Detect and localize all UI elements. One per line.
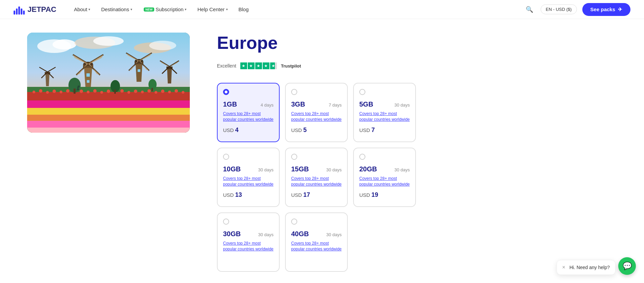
nav-item-help[interactable]: Help Center ▾ — [193, 4, 232, 15]
plan-days-20gb: 30 days — [394, 167, 410, 172]
see-packs-button[interactable]: See packs ✈ — [582, 3, 630, 16]
plan-price-10gb: USD 13 — [223, 191, 274, 199]
logo-bar-2 — [16, 8, 18, 15]
plan-radio-40gb — [291, 219, 297, 225]
logo-bar-5 — [23, 11, 25, 15]
plan-card-5gb[interactable]: 5GB30 daysCovers top 28+ most popular co… — [353, 83, 416, 142]
svg-point-84 — [78, 86, 80, 88]
plan-radio-1gb — [223, 89, 229, 95]
svg-rect-13 — [27, 128, 190, 133]
language-selector[interactable]: EN - USD ($) — [541, 4, 577, 14]
svg-marker-50 — [136, 63, 142, 82]
plan-days-1gb: 4 days — [261, 102, 274, 108]
plan-days-30gb: 30 days — [258, 232, 274, 237]
plan-radio-3gb — [291, 89, 297, 95]
plan-price-3gb: USD 5 — [291, 127, 342, 134]
svg-rect-11 — [27, 115, 190, 121]
svg-point-22 — [87, 91, 89, 93]
svg-point-30 — [141, 91, 144, 93]
plan-radio-20gb — [359, 154, 365, 160]
trustpilot-stars: ★ ★ ★ ★ ★ — [240, 62, 277, 69]
svg-rect-48 — [86, 73, 90, 77]
plan-coverage-30gb[interactable]: Covers top 28+ most popular countries wo… — [223, 241, 274, 252]
svg-point-14 — [33, 91, 35, 93]
nav-item-destinations[interactable]: Destinations ▾ — [97, 4, 136, 15]
star-2: ★ — [248, 62, 255, 69]
svg-point-29 — [134, 90, 137, 93]
plan-size-40gb: 40GB — [291, 230, 309, 238]
svg-point-33 — [161, 90, 164, 93]
main-content: Europe Excellent ★ ★ ★ ★ ★ Trustpilot 1G… — [0, 19, 644, 283]
logo[interactable]: JETPAC — [14, 4, 56, 15]
svg-point-32 — [155, 91, 157, 94]
svg-point-6 — [149, 41, 176, 50]
svg-point-23 — [93, 89, 97, 93]
svg-point-15 — [39, 89, 42, 93]
plan-coverage-15gb[interactable]: Covers top 28+ most popular countries wo… — [291, 176, 342, 187]
plan-coverage-1gb[interactable]: Covers top 28+ most popular countries wo… — [223, 111, 274, 122]
plan-coverage-20gb[interactable]: Covers top 28+ most popular countries wo… — [359, 176, 410, 187]
svg-rect-49 — [87, 80, 89, 83]
plan-card-15gb[interactable]: 15GB30 daysCovers top 28+ most popular c… — [285, 148, 348, 207]
plan-price-15gb: USD 17 — [291, 191, 342, 199]
plan-coverage-40gb[interactable]: Covers top 28+ most popular countries wo… — [291, 241, 342, 252]
plan-card-3gb[interactable]: 3GB7 daysCovers top 28+ most popular cou… — [285, 83, 348, 142]
plan-card-40gb[interactable]: 40GB30 daysCovers top 28+ most popular c… — [285, 212, 348, 272]
svg-point-25 — [107, 90, 110, 93]
svg-rect-9 — [27, 100, 190, 108]
plan-size-15gb: 15GB — [291, 165, 309, 173]
search-button[interactable]: 🔍 — [524, 4, 535, 15]
new-badge: New — [144, 7, 154, 12]
plan-card-10gb[interactable]: 10GB30 daysCovers top 28+ most popular c… — [217, 148, 280, 207]
svg-point-16 — [46, 91, 49, 94]
search-icon: 🔍 — [526, 6, 533, 13]
plan-price-5gb: USD 7 — [359, 127, 410, 134]
svg-rect-61 — [138, 69, 140, 72]
svg-point-31 — [147, 89, 151, 93]
svg-point-4 — [93, 36, 124, 46]
logo-icon — [14, 4, 25, 15]
plan-coverage-5gb[interactable]: Covers top 28+ most popular countries wo… — [359, 111, 410, 122]
plan-size-5gb: 5GB — [359, 100, 373, 108]
svg-rect-81 — [152, 88, 153, 91]
svg-marker-62 — [167, 68, 172, 83]
nav-item-about[interactable]: About ▾ — [70, 4, 94, 15]
plan-coverage-10gb[interactable]: Covers top 28+ most popular countries wo… — [223, 176, 274, 187]
nav-item-blog[interactable]: Blog — [235, 4, 253, 15]
svg-point-2 — [53, 39, 76, 50]
left-panel — [27, 33, 190, 272]
svg-point-27 — [120, 89, 124, 93]
plan-card-1gb[interactable]: 1GB4 daysCovers top 28+ most popular cou… — [217, 83, 280, 142]
plan-radio-15gb — [291, 154, 297, 160]
trustpilot-row: Excellent ★ ★ ★ ★ ★ Trustpilot — [217, 60, 617, 72]
plane-icon: ✈ — [618, 6, 622, 13]
nav-items: About ▾ Destinations ▾ New Subscription … — [70, 4, 524, 15]
star-3: ★ — [255, 62, 262, 69]
chat-widget-button[interactable]: 💬 — [618, 257, 636, 275]
svg-rect-80 — [114, 90, 116, 94]
svg-point-34 — [168, 91, 171, 93]
nav-item-subscription[interactable]: New Subscription ▾ — [139, 4, 191, 15]
svg-rect-12 — [27, 121, 190, 128]
svg-point-17 — [53, 90, 56, 93]
plan-size-30gb: 30GB — [223, 230, 241, 238]
plan-card-30gb[interactable]: 30GB30 daysCovers top 28+ most popular c… — [217, 212, 280, 272]
plans-grid: 1GB4 daysCovers top 28+ most popular cou… — [217, 83, 617, 272]
star-1: ★ — [240, 62, 247, 69]
plan-coverage-3gb[interactable]: Covers top 28+ most popular countries wo… — [291, 111, 342, 122]
chevron-down-icon: ▾ — [130, 7, 132, 11]
svg-point-18 — [60, 91, 62, 93]
plan-days-40gb: 30 days — [326, 232, 342, 237]
plan-price-20gb: USD 19 — [359, 191, 410, 199]
plan-size-10gb: 10GB — [223, 165, 241, 173]
plan-radio-5gb — [359, 89, 365, 95]
plan-price-1gb: USD 4 — [223, 127, 274, 134]
trustpilot-logo: Trustpilot — [281, 63, 301, 69]
hero-image — [27, 33, 190, 133]
plan-days-15gb: 30 days — [326, 167, 342, 172]
plan-card-20gb[interactable]: 20GB30 daysCovers top 28+ most popular c… — [353, 148, 416, 207]
chat-close-button[interactable]: × — [562, 264, 565, 270]
logo-bar-4 — [21, 8, 22, 15]
chat-icon: 💬 — [623, 262, 632, 270]
plan-days-10gb: 30 days — [258, 167, 274, 172]
